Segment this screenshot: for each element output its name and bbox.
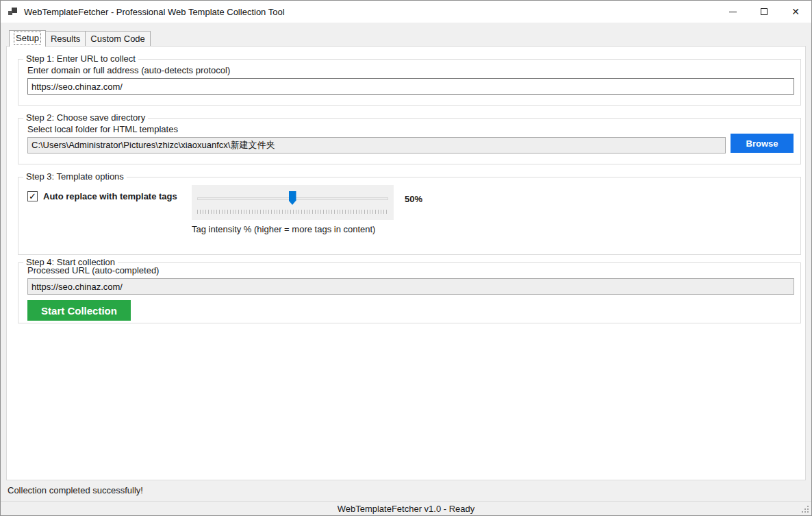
maximize-icon <box>761 8 767 15</box>
slider-thumb[interactable] <box>289 191 296 205</box>
tag-intensity-slider <box>192 185 394 220</box>
tab-setup-label: Setup <box>14 32 40 44</box>
step4-label: Processed URL (auto-completed) <box>27 265 800 275</box>
window-controls: ✕ <box>717 1 811 23</box>
tab-results[interactable]: Results <box>45 31 86 46</box>
close-button[interactable]: ✕ <box>780 1 811 23</box>
step2-label: Select local folder for HTML templates <box>27 124 800 134</box>
statusbar-text: WebTemplateFetcher v1.0 - Ready <box>338 504 475 514</box>
app-icon <box>8 6 18 17</box>
url-input[interactable] <box>27 78 794 95</box>
step1-label: Enter domain or full address (auto-detec… <box>27 65 800 75</box>
status-bar: WebTemplateFetcher v1.0 - Ready <box>1 501 811 515</box>
minimize-icon <box>729 12 737 12</box>
step2-groupbox: Step 2: Choose save directory Select loc… <box>18 118 801 164</box>
window-title: WebTemplateFetcher - Professional Web Te… <box>24 7 285 17</box>
tab-custom-code-label: Custom Code <box>90 34 144 44</box>
slider-value: 50% <box>405 194 422 204</box>
step4-legend: Step 4: Start collection <box>23 257 118 267</box>
checkmark-icon: ✓ <box>29 192 36 201</box>
resize-grip-icon[interactable] <box>801 505 810 514</box>
start-collection-button[interactable]: Start Collection <box>27 300 131 321</box>
step1-legend: Step 1: Enter URL to collect <box>23 53 138 64</box>
step3-groupbox: Step 3: Template options ✓ Auto replace … <box>18 177 801 255</box>
step1-groupbox: Step 1: Enter URL to collect Enter domai… <box>18 59 801 106</box>
close-icon: ✕ <box>791 6 800 17</box>
tab-results-label: Results <box>51 34 80 44</box>
setup-tab-page: Step 1: Enter URL to collect Enter domai… <box>6 46 806 480</box>
step3-legend: Step 3: Template options <box>23 171 127 182</box>
processed-url-input[interactable] <box>27 278 794 295</box>
slider-caption: Tag intensity % (higher = more tags in c… <box>192 224 375 234</box>
title-bar: WebTemplateFetcher - Professional Web Te… <box>1 1 811 23</box>
status-message: Collection completed successfully! <box>1 480 811 501</box>
tab-strip: Setup Results Custom Code <box>1 23 811 46</box>
minimize-button[interactable] <box>717 1 748 23</box>
slider-ticks <box>197 210 388 214</box>
auto-replace-label: Auto replace with template tags <box>43 191 177 201</box>
save-directory-input[interactable] <box>27 137 726 153</box>
app-window: WebTemplateFetcher - Professional Web Te… <box>0 0 812 516</box>
step2-legend: Step 2: Choose save directory <box>23 112 148 123</box>
tab-custom-code[interactable]: Custom Code <box>85 31 150 46</box>
auto-replace-checkbox[interactable]: ✓ <box>27 191 38 201</box>
auto-replace-row: ✓ Auto replace with template tags <box>27 191 177 201</box>
tab-setup[interactable]: Setup <box>9 30 46 47</box>
step4-groupbox: Step 4: Start collection Processed URL (… <box>18 262 801 323</box>
browse-button[interactable]: Browse <box>731 134 794 153</box>
maximize-button[interactable] <box>748 1 780 23</box>
